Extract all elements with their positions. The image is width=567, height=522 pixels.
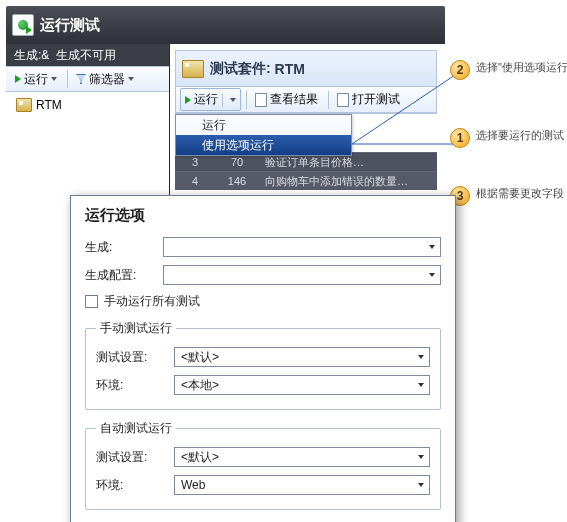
- callout-text-3: 根据需要更改字段: [476, 186, 567, 200]
- sidebar-toolbar: 运行 筛选器: [6, 66, 169, 92]
- build-label: 生成:: [14, 47, 41, 64]
- chevron-down-icon: [418, 355, 424, 359]
- callout-text-1: 选择要运行的测试: [476, 128, 567, 142]
- play-icon: [185, 96, 191, 104]
- chevron-down-icon: [418, 483, 424, 487]
- callout-badge-1: 1: [450, 128, 470, 148]
- filter-button[interactable]: 筛选器: [71, 68, 139, 91]
- filter-label: 筛选器: [89, 71, 125, 88]
- test-suite-panel: 测试套件: RTM 运行 查看结果 打开测试: [175, 50, 437, 114]
- build-config-combo[interactable]: [163, 265, 441, 285]
- combo-value: <默认>: [181, 349, 219, 366]
- run-options-dialog: 运行选项 生成: 生成配置: 手动运行所有测试 手动测试运行 测试设置: <默认…: [70, 195, 456, 522]
- toolbar-run-label: 运行: [194, 91, 218, 108]
- manual-run-group: 手动测试运行 测试设置: <默认> 环境: <本地>: [85, 320, 441, 410]
- combo-value: Web: [181, 478, 205, 492]
- suite-prefix: 测试套件:: [210, 60, 271, 78]
- play-icon: [15, 75, 21, 83]
- auto-group-legend: 自动测试运行: [96, 420, 176, 437]
- env-label: 环境:: [96, 477, 174, 494]
- manual-env-combo[interactable]: <本地>: [174, 375, 430, 395]
- combo-value: <默认>: [181, 449, 219, 466]
- cell-id: 146: [215, 175, 259, 187]
- filter-icon: [76, 74, 86, 84]
- callout-badge-2: 2: [450, 60, 470, 80]
- build-combo[interactable]: [163, 237, 441, 257]
- separator: [246, 91, 247, 109]
- settings-label: 测试设置:: [96, 449, 174, 466]
- view-results-label: 查看结果: [270, 91, 318, 108]
- sidebar-run-label: 运行: [24, 71, 48, 88]
- open-icon: [337, 93, 349, 107]
- tree-item-rtm[interactable]: RTM: [12, 96, 163, 114]
- chevron-down-icon: [418, 455, 424, 459]
- results-icon: [255, 93, 267, 107]
- build-value: 生成不可用: [56, 47, 116, 64]
- menu-item-run[interactable]: 运行: [176, 115, 351, 135]
- window-title: 运行测试: [40, 16, 100, 35]
- cell-index: 4: [175, 175, 215, 187]
- checkbox-icon[interactable]: [85, 295, 98, 308]
- chevron-down-icon: [230, 98, 236, 102]
- build-config-label: 生成配置:: [85, 267, 163, 284]
- open-test-label: 打开测试: [352, 91, 400, 108]
- build-label: 生成:: [85, 239, 163, 256]
- manual-group-legend: 手动测试运行: [96, 320, 176, 337]
- menu-item-label: 使用选项运行: [202, 137, 274, 154]
- run-tests-icon: [12, 14, 34, 36]
- chevron-down-icon: [51, 77, 57, 81]
- cell-title: 验证订单条目价格…: [259, 155, 437, 170]
- build-info: 生成:& 生成不可用: [6, 44, 169, 66]
- cell-title: 向购物车中添加错误的数量…: [259, 174, 437, 189]
- run-dropdown-menu: 运行 使用选项运行: [175, 114, 352, 156]
- auto-env-combo[interactable]: Web: [174, 475, 430, 495]
- view-results-button[interactable]: 查看结果: [250, 88, 323, 111]
- suite-icon: [16, 98, 32, 112]
- table-row[interactable]: 4 146 向购物车中添加错误的数量…: [175, 171, 437, 190]
- auto-run-group: 自动测试运行 测试设置: <默认> 环境: Web: [85, 420, 441, 510]
- sidebar-run-button[interactable]: 运行: [10, 68, 62, 91]
- toolbar-run-button[interactable]: 运行: [180, 88, 241, 111]
- callout-text-2: 选择"使用选项运行": [476, 60, 567, 74]
- auto-settings-combo[interactable]: <默认>: [174, 447, 430, 467]
- combo-value: <本地>: [181, 377, 219, 394]
- menu-item-run-with-options[interactable]: 使用选项运行: [176, 135, 351, 155]
- suite-icon: [182, 60, 204, 78]
- cell-index: 3: [175, 156, 215, 168]
- suite-tree: RTM: [6, 92, 169, 196]
- manual-all-label: 手动运行所有测试: [104, 293, 200, 310]
- separator: [328, 91, 329, 109]
- settings-label: 测试设置:: [96, 349, 174, 366]
- sidebar: 生成:& 生成不可用 运行 筛选器 RTM: [6, 44, 170, 196]
- cell-id: 70: [215, 156, 259, 168]
- chevron-down-icon: [128, 77, 134, 81]
- window-header: 运行测试: [6, 6, 445, 44]
- test-grid: 3 70 验证订单条目价格… 4 146 向购物车中添加错误的数量…: [175, 152, 437, 190]
- dialog-title: 运行选项: [85, 206, 441, 225]
- chevron-down-icon: [418, 383, 424, 387]
- separator: [222, 93, 223, 107]
- chevron-down-icon: [429, 273, 435, 277]
- suite-toolbar: 运行 查看结果 打开测试: [176, 87, 436, 113]
- suite-name: RTM: [275, 61, 305, 77]
- menu-item-label: 运行: [202, 117, 226, 134]
- env-label: 环境:: [96, 377, 174, 394]
- manual-settings-combo[interactable]: <默认>: [174, 347, 430, 367]
- chevron-down-icon: [429, 245, 435, 249]
- separator: [67, 70, 68, 88]
- manual-all-checkbox-row[interactable]: 手动运行所有测试: [85, 293, 441, 310]
- suite-header: 测试套件: RTM: [176, 51, 436, 87]
- open-test-button[interactable]: 打开测试: [332, 88, 405, 111]
- tree-item-label: RTM: [36, 98, 62, 112]
